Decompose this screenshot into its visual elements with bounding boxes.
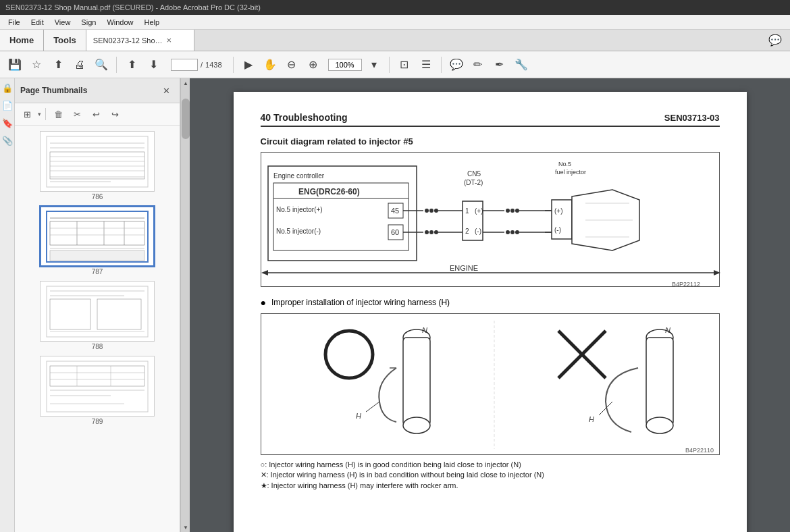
thumbnails-scroll[interactable]: 786 <box>15 126 180 532</box>
svg-point-53 <box>429 230 433 234</box>
svg-text:No.5 injector(-): No.5 injector(-) <box>276 228 321 235</box>
title-text: SEN02373-12 Shop Manual.pdf (SECURED) - … <box>5 3 261 11</box>
thumbnail-view-button[interactable]: ⊞ <box>19 106 35 122</box>
svg-point-71 <box>515 230 519 234</box>
comment-button[interactable]: 💬 <box>447 55 466 74</box>
share-button[interactable]: ⬆ <box>49 55 68 74</box>
zoom-level[interactable]: 100% <box>328 59 362 71</box>
highlight-button[interactable]: ✏ <box>469 55 488 74</box>
thumb-svg-789 <box>43 358 151 415</box>
bookmark-button[interactable]: ☆ <box>27 55 46 74</box>
tab-document[interactable]: SEN02373-12 Sho… × <box>86 30 194 51</box>
more-tools-button[interactable]: 🔧 <box>512 55 531 74</box>
menu-view[interactable]: View <box>49 17 76 28</box>
hand-tool-button[interactable]: ✋ <box>261 55 280 74</box>
watermark-line1: Activate Wind <box>674 529 747 532</box>
toolbar: 💾 ☆ ⬆ 🖨 🔍 ⬆ ⬇ 787 / 1438 ▶ ✋ ⊖ ⊕ 100% ▾ … <box>0 51 790 78</box>
thumbnail-label-786: 786 <box>92 193 103 201</box>
svg-text:fuel injector: fuel injector <box>555 169 586 176</box>
thumbnail-img-788 <box>40 281 155 342</box>
menu-sign[interactable]: Sign <box>76 17 101 28</box>
svg-text:ENG(DRC26-60): ENG(DRC26-60) <box>298 187 360 196</box>
chat-icon[interactable]: 💬 <box>760 30 790 51</box>
tab-tools[interactable]: Tools <box>44 30 86 51</box>
svg-point-54 <box>434 230 438 234</box>
circuit-diagram: Engine controller ENG(DRC26-60) No.5 inj… <box>261 152 720 287</box>
select-tool-button[interactable]: ▶ <box>239 55 258 74</box>
redo-button[interactable]: ↪ <box>107 106 123 122</box>
bullet-icon: ● <box>261 297 266 308</box>
zoom-control: 100% ▾ <box>328 55 384 74</box>
svg-point-65 <box>510 209 515 213</box>
print-button[interactable]: 🖨 <box>70 55 89 74</box>
menu-window[interactable]: Window <box>101 17 138 28</box>
thumbnail-786[interactable]: 786 <box>26 131 168 201</box>
extract-thumbnail-button[interactable]: ✂ <box>69 106 85 122</box>
svg-text:1: 1 <box>465 207 469 215</box>
fit-page-button[interactable]: ⊡ <box>395 55 414 74</box>
next-page-button[interactable]: ⬇ <box>144 55 163 74</box>
doc-area[interactable]: 40 Troubleshooting SEN03713-03 Circuit d… <box>190 78 790 532</box>
page-separator: / <box>201 61 203 69</box>
undo-button[interactable]: ↩ <box>88 106 104 122</box>
close-thumbnails-button[interactable]: ✕ <box>158 82 174 99</box>
scroll-mode-button[interactable]: ☰ <box>417 55 436 74</box>
svg-text:No.5 injector(+): No.5 injector(+) <box>276 206 323 213</box>
scroll-down-arrow[interactable]: ▼ <box>181 523 190 532</box>
thumbnail-label-787: 787 <box>92 268 103 275</box>
section-title: 40 Troubleshooting <box>261 112 348 123</box>
prev-page-button[interactable]: ⬆ <box>122 55 141 74</box>
sidebar-lock-icon[interactable]: 🔒 <box>1 81 14 95</box>
thumbnails-panel: Page Thumbnails ✕ ⊞ ▾ 🗑 ✂ ↩ ↪ <box>15 78 180 532</box>
vertical-scrollbar[interactable]: ▲ ▼ <box>180 78 190 532</box>
close-tab-button[interactable]: × <box>167 35 172 45</box>
menu-edit[interactable]: Edit <box>26 17 49 28</box>
thumbnail-789[interactable]: 789 <box>26 356 168 425</box>
page-content: 40 Troubleshooting SEN03713-03 Circuit d… <box>234 92 747 532</box>
svg-rect-100 <box>646 338 673 425</box>
save-button[interactable]: 💾 <box>5 55 24 74</box>
thumbnail-788[interactable]: 788 <box>26 281 168 350</box>
sidebar-bookmark-icon[interactable]: 🔖 <box>1 116 14 130</box>
thumbnail-label-789: 789 <box>92 418 103 425</box>
note-2: ✕: Injector wiring harness (H) is in bad… <box>261 471 720 479</box>
zoom-in-button[interactable]: ⊕ <box>304 55 323 74</box>
sidebar-attach-icon[interactable]: 📎 <box>1 134 14 147</box>
delete-thumbnail-button[interactable]: 🗑 <box>50 106 66 122</box>
scroll-thumb[interactable] <box>182 99 190 139</box>
menu-bar: File Edit View Sign Window Help <box>0 15 790 30</box>
doc-ref: SEN03713-03 <box>664 113 720 123</box>
page-navigation: 787 / 1438 <box>171 59 222 71</box>
svg-text:N: N <box>422 326 427 334</box>
tab-home[interactable]: Home <box>0 30 44 51</box>
svg-text:60: 60 <box>391 228 399 236</box>
svg-point-89 <box>325 331 373 378</box>
thumbnail-787[interactable]: 787 <box>26 206 168 275</box>
find-button[interactable]: 🔍 <box>92 55 111 74</box>
svg-text:2: 2 <box>465 228 469 235</box>
thumbnail-label-788: 788 <box>92 343 103 350</box>
svg-text:(+): (+) <box>554 207 563 215</box>
svg-point-66 <box>515 209 519 213</box>
left-sidebar: 🔒 📄 🔖 📎 <box>0 78 15 532</box>
svg-rect-91 <box>403 338 430 425</box>
note-3: ★: Injector wiring harness (H) may inter… <box>261 481 720 490</box>
svg-text:(+): (+) <box>475 207 483 215</box>
activate-watermark: Activate Wind Go to Settings to a <box>674 529 747 532</box>
svg-text:B4P22112: B4P22112 <box>671 281 700 288</box>
svg-text:CN5: CN5 <box>467 170 481 178</box>
svg-text:45: 45 <box>391 207 399 215</box>
note-1: ○: Injector wiring harness (H) is in goo… <box>261 460 720 469</box>
annotate-button[interactable]: ✒ <box>490 55 509 74</box>
sidebar-layers-icon[interactable]: 📄 <box>1 99 14 112</box>
thumb-svg-788 <box>43 283 151 340</box>
circuit-title: Circuit diagram related to injector #5 <box>261 136 720 147</box>
scroll-up-arrow[interactable]: ▲ <box>181 78 190 88</box>
menu-help[interactable]: Help <box>139 17 165 28</box>
zoom-out-button[interactable]: ⊖ <box>282 55 301 74</box>
zoom-dropdown-button[interactable]: ▾ <box>365 55 384 74</box>
page-number-input[interactable]: 787 <box>171 59 198 71</box>
install-svg: N H <box>261 314 720 456</box>
tab-bar: Home Tools SEN02373-12 Sho… × 💬 <box>0 30 790 51</box>
menu-file[interactable]: File <box>3 17 26 28</box>
